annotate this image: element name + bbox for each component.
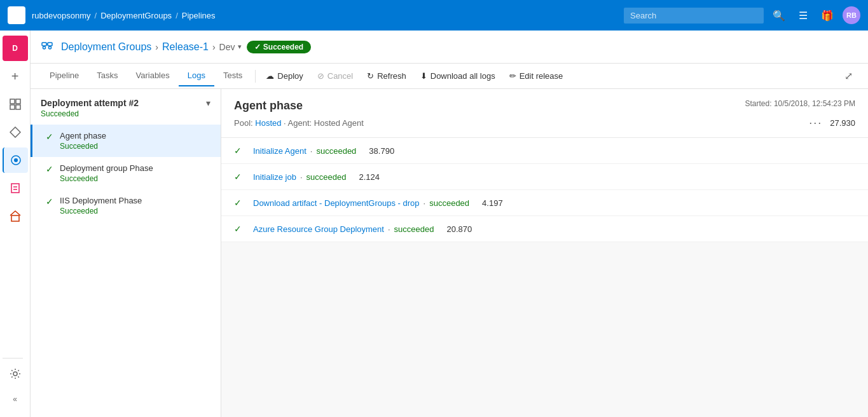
deployment-groups-link[interactable]: Deployment Groups (61, 41, 151, 53)
phase-name-3: IIS Deployment Phase (60, 196, 210, 205)
sidebar-item-boards[interactable] (3, 92, 28, 117)
phase-check-icon-3: ✓ (46, 196, 53, 207)
env-dropdown[interactable]: Dev ▾ (219, 42, 242, 52)
release-link[interactable]: Release-1 (162, 41, 209, 53)
task-row[interactable]: ✓ Azure Resource Group Deployment · succ… (221, 216, 868, 242)
cancel-label: Cancel (327, 71, 353, 81)
svg-rect-7 (16, 105, 20, 109)
sidebar-item-settings[interactable] (3, 361, 28, 386)
agent-label: Agent: (288, 118, 312, 128)
breadcrumb: Deployment Groups › Release-1 › Dev ▾ (61, 41, 242, 53)
search-input[interactable] (624, 8, 764, 24)
edit-release-button[interactable]: ✏ Edit release (503, 68, 570, 84)
sidebar-item-testplans[interactable] (3, 175, 28, 201)
download-logs-label: Download all logs (431, 71, 495, 81)
topbar-org-link[interactable]: rubdevopsonmy (32, 11, 91, 20)
cancel-icon: ⊘ (317, 71, 324, 81)
pool-link[interactable]: Hosted (255, 118, 281, 128)
phase-item-deployment-group[interactable]: ✓ Deployment group Phase Succeeded (31, 157, 221, 189)
left-panel: Deployment attempt #2 Succeeded ▾ ✓ Agen… (31, 89, 221, 417)
task-name: Initialize Agent (253, 146, 307, 156)
task-status: succeeded (429, 198, 469, 208)
svg-point-13 (13, 372, 17, 376)
page-header: Deployment Groups › Release-1 › Dev ▾ ✓ … (31, 31, 868, 64)
phase-item-iis[interactable]: ✓ IIS Deployment Phase Succeeded (31, 189, 221, 222)
deploy-icon: ☁ (266, 71, 274, 81)
sidebar-collapse-button[interactable]: « (3, 386, 28, 412)
deploy-button[interactable]: ☁ Deploy (259, 68, 309, 84)
task-name-link[interactable]: Azure Resource Group Deployment (253, 224, 384, 234)
started-value: 10/5/2018, 12:54:23 PM (774, 99, 855, 108)
deployment-groups-icon (41, 39, 53, 55)
download-logs-button[interactable]: ⬇ Download all logs (414, 68, 502, 84)
sidebar-item-artifacts[interactable] (3, 203, 28, 229)
topbar-pipeline-link[interactable]: Pipelines (182, 11, 216, 20)
tab-variables[interactable]: Variables (127, 65, 179, 86)
task-name: Initialize job (253, 172, 296, 182)
task-name: Azure Resource Group Deployment (253, 224, 384, 234)
task-check-icon: ✓ (234, 172, 244, 182)
sidebar-item-repos[interactable] (3, 120, 28, 145)
task-dot: · (300, 172, 303, 182)
task-dot: · (388, 224, 390, 234)
refresh-button[interactable]: ↻ Refresh (361, 68, 413, 84)
svg-rect-14 (42, 43, 46, 46)
phase-item-agent[interactable]: ✓ Agent phase Succeeded (31, 125, 221, 157)
deployment-header: Deployment attempt #2 Succeeded ▾ (31, 89, 221, 122)
expand-button[interactable]: ⤢ (839, 67, 858, 85)
chevron-icon[interactable]: ▾ (206, 98, 210, 108)
sidebar-avatar: D (6, 39, 24, 57)
svg-point-9 (14, 158, 18, 162)
svg-rect-15 (48, 43, 52, 46)
sidebar-item-overview[interactable]: D (3, 36, 28, 61)
task-name-link[interactable]: Initialize job (253, 172, 296, 182)
refresh-icon: ↻ (367, 71, 374, 81)
svg-rect-4 (10, 99, 15, 104)
cancel-button[interactable]: ⊘ Cancel (311, 68, 359, 84)
edit-release-label: Edit release (520, 71, 563, 81)
topbar-breadcrumb: rubdevopsonmy / DeploymentGroups / Pipel… (32, 11, 617, 20)
task-row[interactable]: ✓ Download artifact - DeploymentGroups -… (221, 190, 868, 216)
app-logo[interactable] (8, 6, 25, 24)
tab-tasks[interactable]: Tasks (88, 65, 127, 86)
task-row[interactable]: ✓ Initialize Agent · succeeded 38.790 (221, 138, 868, 164)
gift-icon[interactable]: 🎁 (818, 6, 836, 24)
sidebar-item-add[interactable]: + (3, 64, 28, 89)
agent-phase-date: Started: 10/5/2018, 12:54:23 PM (745, 99, 855, 108)
user-avatar[interactable]: RB (843, 6, 860, 24)
tab-tests[interactable]: Tests (214, 65, 251, 86)
task-row[interactable]: ✓ Initialize job · succeeded 2.124 (221, 164, 868, 190)
tab-nav: Pipeline Tasks Variables Logs Tests (41, 65, 251, 86)
list-icon[interactable]: ☰ (794, 6, 812, 24)
search-icon[interactable]: 🔍 (770, 6, 788, 24)
sidebar: D + « (0, 31, 31, 417)
task-name: Download artifact - DeploymentGroups - d… (253, 198, 420, 208)
svg-rect-12 (11, 215, 19, 221)
more-options-icon[interactable]: ··· (809, 116, 822, 130)
deploy-label: Deploy (277, 71, 303, 81)
task-duration: 4.197 (482, 198, 503, 208)
deployment-title: Deployment attempt #2 (41, 98, 139, 108)
phase-status-2: Succeeded (60, 174, 210, 183)
task-check-icon: ✓ (234, 146, 244, 156)
topbar-sep2: / (176, 11, 178, 20)
sidebar-item-pipelines[interactable] (3, 147, 28, 173)
topbar-sep1: / (95, 11, 97, 20)
pool-info: Pool: Hosted · Agent: Hosted Agent (234, 118, 364, 128)
tab-pipeline[interactable]: Pipeline (41, 65, 88, 86)
task-status: succeeded (316, 146, 356, 156)
sidebar-bottom: « (3, 355, 28, 412)
topbar-group-link[interactable]: DeploymentGroups (100, 11, 172, 20)
content-area: Deployment attempt #2 Succeeded ▾ ✓ Agen… (31, 89, 868, 417)
task-name-link[interactable]: Download artifact - DeploymentGroups - d… (253, 198, 420, 208)
env-name: Dev (219, 42, 235, 52)
svg-rect-0 (11, 10, 16, 15)
task-name-link[interactable]: Initialize Agent (253, 146, 307, 156)
svg-point-17 (43, 46, 46, 49)
deployment-status: Succeeded (41, 109, 139, 118)
agent-phase-duration: 27.930 (830, 118, 855, 128)
phase-name-2: Deployment group Phase (60, 163, 210, 173)
tab-logs[interactable]: Logs (179, 65, 214, 86)
chevron-down-icon: ▾ (238, 43, 242, 51)
agent-phase-header: Agent phase Started: 10/5/2018, 12:54:23… (221, 89, 868, 138)
